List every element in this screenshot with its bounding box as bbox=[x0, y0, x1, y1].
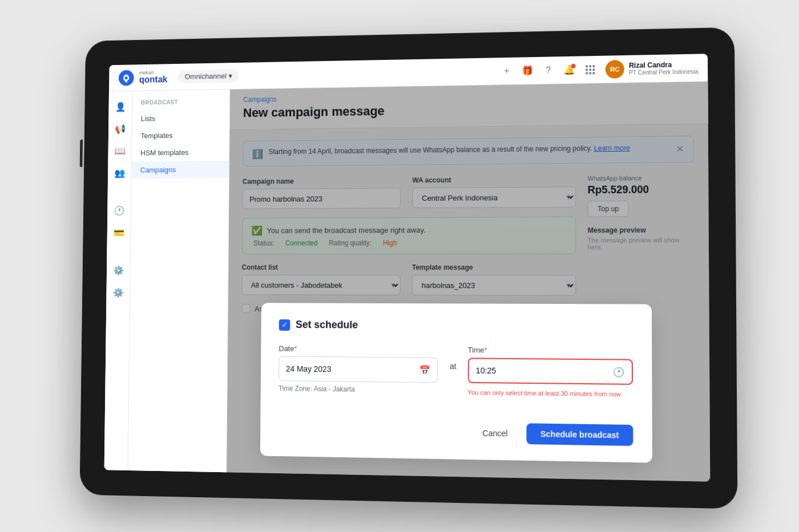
modal-time-field: Time* 10:25 🕐 You can only select time a… bbox=[468, 346, 633, 397]
time-value: 10:25 bbox=[476, 366, 497, 375]
modal-checkbox[interactable]: ✓ bbox=[279, 319, 290, 330]
time-required: * bbox=[484, 346, 487, 354]
sidebar-icon-wallet[interactable]: 💳 bbox=[110, 224, 128, 241]
cancel-button[interactable]: Cancel bbox=[471, 422, 519, 444]
modal-time-label: Time* bbox=[468, 346, 633, 355]
timezone-text: Time Zone: Asia - Jakarta bbox=[279, 384, 438, 394]
date-value: 24 May 2023 bbox=[286, 364, 332, 373]
logo-text: mekari qontak bbox=[139, 70, 168, 84]
modal-date-input[interactable]: 24 May 2023 📅 bbox=[279, 356, 438, 383]
modal-date-label: Date* bbox=[279, 344, 438, 354]
modal-fields-row: Date* 24 May 2023 📅 Time Zone: Asia - Ja… bbox=[279, 344, 633, 411]
tablet-shell: mekari qontak Omnichannel ▾ ＋ 🎁 ? 🔔 bbox=[80, 27, 738, 509]
modal-card: ✓ Set schedule Date* 24 bbox=[260, 303, 652, 462]
sidebar-icon-integration[interactable]: ⚙️ bbox=[110, 261, 127, 279]
tablet-screen: mekari qontak Omnichannel ▾ ＋ 🎁 ? 🔔 bbox=[104, 54, 711, 481]
notification-icon[interactable]: 🔔 bbox=[563, 64, 575, 75]
sidebar-icon-broadcast[interactable]: 📢 bbox=[111, 119, 128, 137]
sidebar-icon-settings[interactable]: ⚙️ bbox=[110, 283, 127, 301]
sidebar-item-campaigns[interactable]: Campaigns bbox=[131, 160, 229, 178]
sidebar-item-hsm-templates[interactable]: HSM templates bbox=[132, 143, 229, 161]
app-container: mekari qontak Omnichannel ▾ ＋ 🎁 ? 🔔 bbox=[104, 54, 711, 481]
sidebar-item-lists[interactable]: Lists bbox=[132, 108, 229, 127]
user-company: PT Central Perk Indonesia bbox=[629, 68, 699, 75]
modal-date-field: Date* 24 May 2023 📅 Time Zone: Asia - Ja… bbox=[279, 344, 438, 408]
sidebar-icon-profile[interactable]: 👤 bbox=[112, 98, 129, 115]
time-label-text: Time bbox=[468, 346, 485, 354]
modal-overlay: ✓ Set schedule Date* 24 bbox=[227, 82, 710, 482]
logo-area: mekari qontak bbox=[118, 68, 167, 86]
user-info: Rizal Candra PT Central Perk Indonesia bbox=[629, 60, 699, 75]
modal-actions: Cancel Schedule broadcast bbox=[278, 420, 633, 446]
clock-icon: 🕐 bbox=[613, 366, 625, 377]
user-avatar-area: RC Rizal Candra PT Central Perk Indonesi… bbox=[606, 58, 699, 78]
user-name: Rizal Candra bbox=[629, 60, 699, 69]
date-label-text: Date bbox=[279, 344, 294, 352]
topbar-right: ＋ 🎁 ? 🔔 RC Rizal Candra bbox=[501, 58, 699, 80]
time-error-message: You can only select time at least 30 min… bbox=[468, 389, 633, 398]
schedule-broadcast-button[interactable]: Schedule broadcast bbox=[526, 423, 633, 446]
sidebar-section-label: BROADCAST bbox=[132, 98, 229, 110]
help-icon[interactable]: ? bbox=[543, 64, 554, 75]
modal-title-row: ✓ Set schedule bbox=[279, 319, 633, 333]
user-avatar: RC bbox=[606, 59, 624, 78]
nav-label: Omnichannel bbox=[185, 71, 227, 80]
qontak-logo-icon bbox=[118, 68, 135, 86]
sidebar-icon-clock[interactable]: 🕐 bbox=[110, 201, 128, 219]
sidebar-nav: BROADCAST Lists Templates HSM templates … bbox=[128, 89, 230, 472]
logo-qontak: qontak bbox=[139, 75, 168, 84]
omnichannel-nav[interactable]: Omnichannel ▾ bbox=[178, 69, 239, 83]
modal-title: Set schedule bbox=[296, 319, 358, 331]
main-content: Campaigns New campaign message ℹ️ Starti… bbox=[227, 82, 710, 482]
chevron-down-icon: ▾ bbox=[229, 71, 233, 80]
grid-dots bbox=[586, 64, 595, 74]
modal-time-input[interactable]: 10:25 🕐 bbox=[468, 358, 633, 385]
calendar-icon: 📅 bbox=[419, 364, 430, 375]
grid-icon[interactable] bbox=[584, 63, 596, 75]
sidebar-item-templates[interactable]: Templates bbox=[132, 126, 229, 144]
date-required: * bbox=[294, 344, 297, 352]
sidebar-icon-contact[interactable]: 👥 bbox=[111, 164, 128, 181]
sidebar-icon-book[interactable]: 📖 bbox=[111, 141, 128, 159]
main-layout: 👤 📢 📖 👥 🕐 💳 ⚙️ ⚙️ BROADCAST Lists Templa… bbox=[104, 82, 711, 482]
plus-icon[interactable]: ＋ bbox=[501, 65, 513, 76]
gift-icon[interactable]: 🎁 bbox=[522, 64, 533, 76]
at-label: at bbox=[450, 345, 457, 371]
